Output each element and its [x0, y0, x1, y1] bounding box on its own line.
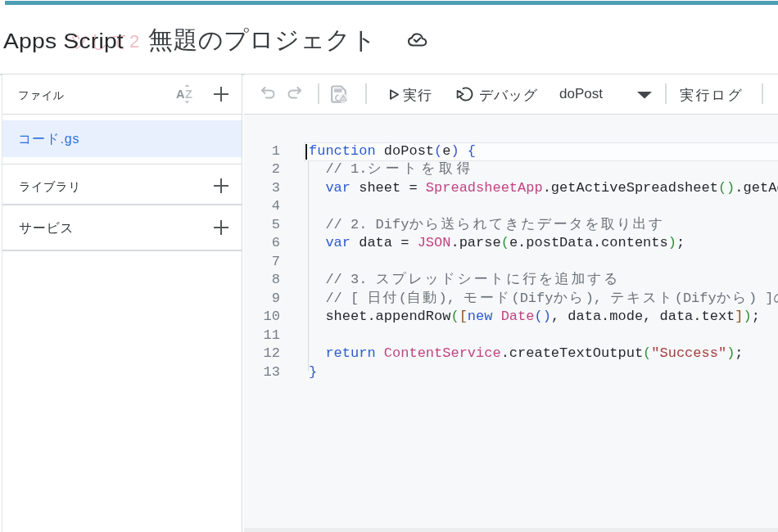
svg-text:A: A — [176, 88, 185, 101]
svg-text:Z: Z — [185, 88, 192, 101]
